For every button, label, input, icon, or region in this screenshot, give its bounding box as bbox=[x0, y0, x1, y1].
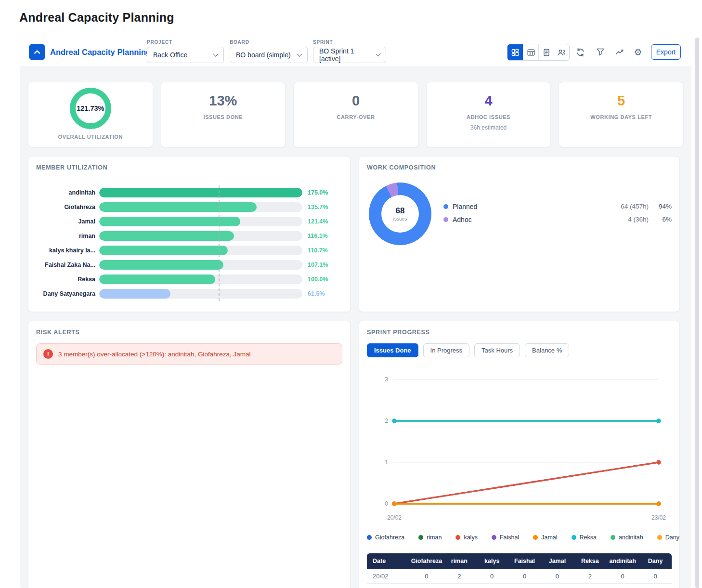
utilization-bar-fill bbox=[99, 289, 170, 299]
utilization-row: Dany Satyanegara61.5% bbox=[28, 287, 350, 301]
export-button[interactable]: Export bbox=[651, 44, 681, 60]
project-select[interactable]: Back Office bbox=[147, 47, 224, 63]
tab-task-hours[interactable]: Task Hours bbox=[474, 343, 520, 357]
series-point-kalys bbox=[657, 460, 661, 465]
member-name-label: Dany Satyanegara bbox=[28, 290, 99, 297]
sprint-progress-card: SPRINT PROGRESS Issues DoneIn ProgressTa… bbox=[359, 321, 680, 588]
member-name-label: Faishal Zaka Na... bbox=[28, 261, 99, 268]
app-brand: Andreal Capacity Planning bbox=[50, 38, 151, 66]
project-label: PROJECT bbox=[147, 39, 224, 45]
dashboard-view-button[interactable] bbox=[507, 44, 523, 60]
project-filter-group: PROJECT Back Office bbox=[147, 39, 224, 63]
utilization-bar-track bbox=[99, 217, 302, 226]
table-cell: 0 bbox=[639, 573, 672, 580]
legend-dot-icon bbox=[492, 535, 496, 540]
planned-label: Planned bbox=[453, 203, 477, 210]
table-cell: 2 bbox=[443, 573, 476, 580]
table-header-cell: kalys bbox=[476, 558, 508, 564]
table-header-cell: andinitah bbox=[606, 558, 639, 564]
legend-name: Dany bbox=[665, 534, 679, 541]
work-composition-card: WORK COMPOSITION 68 issues Planned 64 (4… bbox=[359, 156, 680, 312]
risk-alerts-card: RISK ALERTS ! 3 member(s) over-allocated… bbox=[28, 321, 351, 588]
dashboard-container: Andreal Capacity Planning PROJECT Back O… bbox=[20, 38, 691, 588]
overall-utilization-value: 121.73% bbox=[77, 105, 104, 112]
filter-icon[interactable] bbox=[594, 45, 607, 59]
vertical-scrollbar[interactable] bbox=[695, 38, 699, 588]
report-view-button[interactable] bbox=[538, 44, 554, 60]
utilization-bar-track bbox=[99, 246, 302, 255]
work-composition-title: WORK COMPOSITION bbox=[367, 164, 436, 171]
utilization-row: Jamal121.4% bbox=[28, 214, 350, 229]
legend-dot-icon bbox=[533, 535, 538, 540]
table-header-cell: Dany bbox=[639, 558, 672, 564]
utilization-bar-fill bbox=[99, 188, 302, 197]
sprint-label: SPRINT bbox=[313, 39, 386, 45]
working-days-left-value: 5 bbox=[617, 93, 625, 109]
utilization-row: Giofahreza135.7% bbox=[28, 200, 350, 214]
utilization-row: andinitah175.0% bbox=[28, 185, 350, 200]
utilization-bar-fill bbox=[99, 246, 228, 255]
utilization-bar-fill bbox=[99, 202, 257, 212]
utilization-bar-fill bbox=[99, 274, 215, 284]
view-switcher bbox=[507, 44, 570, 61]
legend-dot-icon bbox=[418, 535, 423, 540]
planned-count: 64 (457h) bbox=[621, 203, 649, 210]
donut-center: 68 issues bbox=[381, 195, 419, 233]
total-issues-unit: issues bbox=[393, 216, 407, 222]
legend-dot-icon bbox=[572, 535, 576, 540]
legend-name: riman bbox=[427, 534, 442, 541]
board-label: BOARD bbox=[230, 39, 308, 45]
page-title: Andreal Capacity Planning bbox=[19, 11, 174, 25]
legend-item-Jamal: Jamal bbox=[533, 534, 557, 541]
utilization-donut: 121.73% bbox=[70, 88, 111, 129]
utilization-value-label: 107.1% bbox=[308, 261, 328, 268]
series-point-Jamal bbox=[657, 502, 661, 506]
member-name-label: riman bbox=[28, 233, 99, 239]
refresh-icon[interactable] bbox=[573, 45, 587, 59]
legend-item-andinitah: andinitah bbox=[611, 534, 643, 541]
kpi-carry-over: 0 CARRY-OVER bbox=[293, 82, 418, 147]
utilization-row: Reksa100.0% bbox=[28, 272, 350, 287]
adhoc-percent: 6% bbox=[649, 216, 672, 223]
svg-text:2: 2 bbox=[385, 418, 388, 424]
legend-row-adhoc: Adhoc 4 (36h) 6% bbox=[443, 213, 672, 226]
planned-dot-icon bbox=[443, 204, 448, 209]
member-utilization-card: MEMBER UTILIZATION andinitah175.0%Giofah… bbox=[28, 156, 351, 312]
utilization-value-label: 121.4% bbox=[308, 218, 328, 225]
kpi-adhoc-issues: 4 ADHOC ISSUES 36h estimated bbox=[426, 82, 551, 147]
sprint-select-value: BO Sprint 1 [active] bbox=[319, 47, 372, 63]
table-row: 23/0212100200 bbox=[367, 584, 672, 588]
svg-text:23/02: 23/02 bbox=[651, 514, 666, 521]
tab-in-progress[interactable]: In Progress bbox=[423, 343, 469, 357]
adhoc-estimated-hours: 36h estimated bbox=[470, 124, 507, 131]
series-point-Reksa bbox=[657, 419, 661, 423]
trend-icon[interactable] bbox=[613, 45, 626, 59]
issues-done-value: 13% bbox=[209, 93, 237, 109]
working-days-left-label: WORKING DAYS LEFT bbox=[590, 114, 652, 120]
table-header-row: DateGiofahrezarimankalysFaishalJamalReks… bbox=[367, 553, 672, 569]
table-view-button[interactable] bbox=[523, 44, 538, 60]
sprint-progress-title: SPRINT PROGRESS bbox=[367, 329, 430, 336]
tab-issues-done[interactable]: Issues Done bbox=[367, 343, 418, 357]
settings-gear-icon[interactable]: ⚙ bbox=[631, 45, 645, 59]
risk-alerts-title: RISK ALERTS bbox=[36, 329, 80, 336]
members-view-button[interactable] bbox=[554, 44, 569, 60]
sprint-progress-line-chart: 012320/0223/02 bbox=[367, 369, 673, 528]
kpi-overall-utilization: 121.73% OVERALL UTILIZATION bbox=[28, 82, 153, 147]
table-header-cell: Date bbox=[367, 558, 410, 564]
member-name-label: Reksa bbox=[28, 276, 99, 283]
legend-item-kalys: kalys bbox=[455, 534, 477, 541]
utilization-row: Faishal Zaka Na...107.1% bbox=[28, 258, 350, 272]
chevron-down-icon bbox=[213, 51, 218, 56]
sprint-select[interactable]: BO Sprint 1 [active] bbox=[313, 47, 386, 63]
tab-balance-[interactable]: Balance % bbox=[525, 343, 569, 357]
legend-item-Giofahreza: Giofahreza bbox=[367, 534, 404, 541]
utilization-value-label: 116.1% bbox=[308, 233, 328, 239]
utilization-value-label: 100.0% bbox=[308, 276, 328, 283]
utilization-value-label: 61.5% bbox=[308, 290, 325, 297]
alert-warning-icon: ! bbox=[43, 349, 53, 359]
adhoc-label: Adhoc bbox=[453, 216, 472, 223]
kpi-issues-done: 13% ISSUES DONE bbox=[161, 82, 286, 147]
legend-row-planned: Planned 64 (457h) 94% bbox=[443, 200, 672, 213]
board-select[interactable]: BO board (simple) bbox=[230, 47, 308, 63]
